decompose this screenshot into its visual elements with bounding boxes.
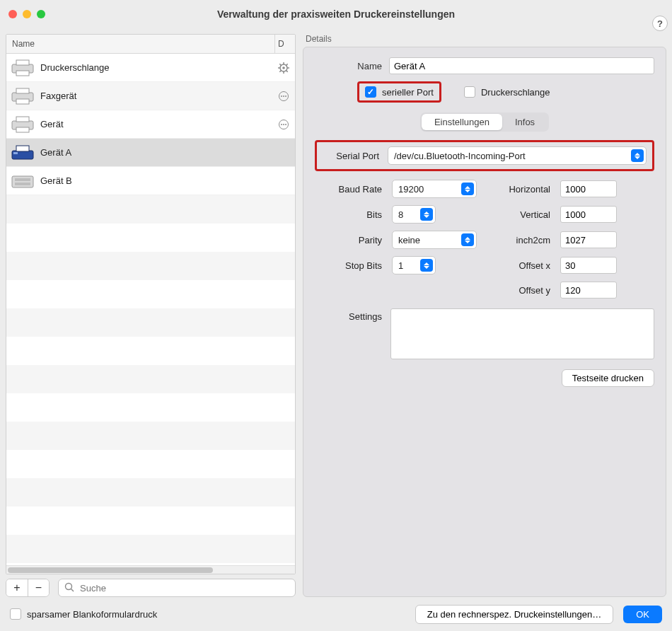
svg-point-17 <box>281 95 282 97</box>
gear-icon[interactable] <box>277 61 291 75</box>
empty-row <box>6 337 295 365</box>
svg-rect-28 <box>16 146 29 151</box>
svg-point-4 <box>282 66 285 69</box>
print-testpage-button[interactable]: Testseite drucken <box>562 369 654 387</box>
svg-line-34 <box>71 589 74 591</box>
add-button[interactable]: + <box>6 579 28 596</box>
svg-point-19 <box>285 95 286 97</box>
col-name[interactable]: Name <box>6 35 275 53</box>
window-title: Verwaltung der praxisweiten Druckereinst… <box>0 8 672 20</box>
serial-port-check-label: serieller Port <box>382 87 434 98</box>
printer-icon <box>11 87 35 105</box>
printer-icon <box>11 172 35 190</box>
printer-icon <box>11 59 35 77</box>
zoom-window-button[interactable] <box>37 10 45 18</box>
svg-rect-32 <box>15 183 30 185</box>
svg-rect-21 <box>16 117 29 122</box>
svg-point-18 <box>283 95 284 97</box>
svg-line-10 <box>286 70 288 71</box>
checkbox-icon <box>365 86 376 98</box>
tab-settings[interactable]: Einstellungen <box>422 114 502 130</box>
checkbox-icon <box>464 86 475 98</box>
name-label: Name <box>315 61 382 71</box>
details-panel: Name serieller Port Druckerschlange Eins… <box>303 47 666 597</box>
printer-list: Name D Druckerschlange <box>6 34 296 574</box>
more-icon[interactable] <box>277 89 291 103</box>
svg-point-33 <box>66 583 72 589</box>
serial-port-select[interactable]: /dev/cu.Bluetooth-Incoming-Port <box>388 146 647 165</box>
parity-select[interactable]: keine <box>392 231 477 249</box>
svg-point-25 <box>283 124 284 125</box>
add-remove-segment: + − <box>6 579 50 597</box>
help-button[interactable]: ? <box>652 16 668 31</box>
remove-button[interactable]: − <box>28 579 49 596</box>
close-window-button[interactable] <box>8 10 17 18</box>
svg-rect-30 <box>12 176 33 187</box>
serial-port-checkbox[interactable]: serieller Port <box>357 81 441 103</box>
computer-settings-button[interactable]: Zu den rechnerspez. Druckeinstellungen… <box>415 605 613 624</box>
list-item[interactable]: Gerät A <box>6 139 295 167</box>
tab-infos[interactable]: Infos <box>502 114 548 130</box>
stopbits-select[interactable]: 1 <box>392 256 436 274</box>
bits-select[interactable]: 8 <box>392 205 436 224</box>
settings-textarea[interactable] <box>390 308 654 359</box>
baud-select[interactable]: 19200 <box>392 180 477 198</box>
list-item[interactable]: Faxgerät <box>6 82 295 110</box>
chevron-updown-icon <box>420 208 433 221</box>
name-field[interactable] <box>389 57 654 74</box>
horizontal-scrollbar[interactable] <box>6 565 295 574</box>
vertical-field[interactable] <box>560 206 617 223</box>
svg-rect-15 <box>16 99 29 104</box>
empty-row <box>6 393 295 422</box>
empty-row <box>6 535 295 563</box>
empty-row <box>6 365 295 393</box>
offsety-field[interactable] <box>560 282 617 299</box>
more-icon[interactable] <box>277 117 291 132</box>
offsetx-field[interactable] <box>560 257 617 274</box>
checkbox-icon <box>10 608 21 620</box>
horizontal-field[interactable] <box>560 180 617 197</box>
col-d[interactable]: D <box>275 35 295 53</box>
minimize-window-button[interactable] <box>23 10 31 18</box>
chevron-updown-icon <box>461 183 474 195</box>
titlebar: Verwaltung der praxisweiten Druckereinst… <box>0 0 672 28</box>
search-input[interactable] <box>79 582 289 594</box>
svg-rect-27 <box>12 151 33 159</box>
list-item[interactable]: Druckerschlange <box>6 54 295 82</box>
list-item-label: Druckerschlange <box>40 62 277 73</box>
chevron-updown-icon <box>420 259 433 272</box>
svg-point-26 <box>285 124 286 125</box>
print-queue-checkbox[interactable]: Druckerschlange <box>458 83 556 100</box>
settings-label: Settings <box>315 308 382 322</box>
stopbits-label: Stop Bits <box>315 260 382 271</box>
list-item-label: Faxgerät <box>40 91 277 101</box>
search-field[interactable] <box>58 579 296 597</box>
svg-rect-2 <box>16 71 29 76</box>
svg-point-24 <box>281 124 282 125</box>
printer-icon <box>11 144 35 162</box>
svg-rect-22 <box>16 127 29 132</box>
horizontal-label: Horizontal <box>487 184 550 195</box>
sparse-blank-checkbox[interactable]: sparsamer Blankoformulardruck <box>10 608 157 620</box>
empty-row <box>6 506 295 535</box>
inch2cm-field[interactable] <box>560 231 617 248</box>
list-item[interactable]: Gerät <box>6 110 295 139</box>
vertical-label: Vertical <box>487 209 550 220</box>
details-label: Details <box>306 34 666 44</box>
empty-row <box>6 195 295 224</box>
serial-port-row: Serial Port /dev/cu.Bluetooth-Incoming-P… <box>315 140 654 171</box>
ok-button[interactable]: OK <box>623 606 662 623</box>
list-item[interactable]: Gerät B <box>6 167 295 195</box>
list-item-label: Gerät B <box>40 175 291 186</box>
list-item-label: Gerät A <box>40 147 291 158</box>
offsetx-label: Offset x <box>487 260 550 271</box>
search-icon <box>64 582 74 594</box>
tab-group: Einstellungen Infos <box>420 112 549 132</box>
svg-line-9 <box>279 64 281 65</box>
offsety-label: Offset y <box>487 285 550 296</box>
svg-line-12 <box>279 70 281 71</box>
print-queue-check-label: Druckerschlange <box>481 87 550 98</box>
parity-label: Parity <box>315 235 382 245</box>
svg-rect-31 <box>15 178 30 181</box>
empty-row <box>6 280 295 308</box>
